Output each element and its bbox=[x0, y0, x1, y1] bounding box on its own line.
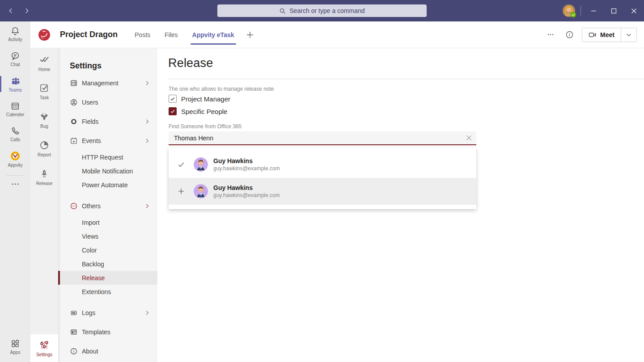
nav-item-backlog[interactable]: Backlog bbox=[58, 257, 157, 271]
nav-item-http-request[interactable]: HTTP Request bbox=[58, 150, 157, 164]
sidebar-item-report[interactable]: Report bbox=[30, 134, 58, 163]
sidebar-item-settings[interactable]: Settings bbox=[30, 334, 58, 362]
nav-item-power-automate[interactable]: Power Automate bbox=[58, 178, 157, 192]
rail-label: Chat bbox=[10, 62, 20, 67]
tab-files[interactable]: Files bbox=[159, 21, 183, 48]
rail-item-teams[interactable]: Teams bbox=[0, 72, 30, 97]
meet-button[interactable]: Meet bbox=[582, 28, 621, 42]
command-search-box[interactable]: Search or type a command bbox=[217, 4, 427, 17]
nav-item-color[interactable]: Color bbox=[58, 243, 157, 257]
user-avatar[interactable] bbox=[563, 4, 575, 17]
nav-section-gap bbox=[58, 192, 157, 196]
check-icon bbox=[169, 160, 194, 168]
sidebar-label: Task bbox=[40, 95, 49, 100]
meet-dropdown-button[interactable] bbox=[621, 28, 636, 42]
nav-item-views[interactable]: Views bbox=[58, 229, 157, 243]
nav-item-others[interactable]: Others bbox=[58, 196, 157, 215]
add-tab-button[interactable] bbox=[243, 28, 257, 42]
person-email: guy.hawkins@example.com bbox=[213, 165, 280, 172]
person-email: guy.hawkins@example.com bbox=[213, 192, 280, 198]
info-icon bbox=[565, 30, 574, 39]
nav-item-users[interactable]: Users bbox=[58, 93, 157, 112]
person-result-selected[interactable]: Guy Hawkins guy.hawkins@example.com bbox=[169, 151, 476, 178]
people-search-field bbox=[169, 131, 476, 145]
apps-grid-icon bbox=[10, 339, 20, 349]
manage-release-note-label: The one who allows to manage release not… bbox=[169, 86, 274, 92]
plus-icon bbox=[246, 31, 254, 38]
checkbox-project-manager[interactable]: Project Manager bbox=[169, 95, 230, 103]
nav-section-gap bbox=[58, 299, 157, 303]
bug-icon bbox=[39, 111, 50, 122]
people-results-dropdown: Guy Hawkins guy.hawkins@example.com Guy … bbox=[169, 148, 476, 209]
chevron-right-icon bbox=[144, 310, 150, 316]
sidebar-item-release[interactable]: Release bbox=[30, 163, 58, 191]
forward-button[interactable] bbox=[21, 4, 33, 17]
sidebar-item-bug[interactable]: Bug bbox=[30, 105, 58, 134]
home-icon bbox=[38, 54, 50, 65]
rail-divider bbox=[6, 175, 24, 176]
teams-icon bbox=[10, 76, 21, 86]
tab-posts[interactable]: Posts bbox=[129, 21, 156, 48]
titlebar-divider bbox=[580, 6, 581, 16]
app-rail: Activity Chat Teams Calender Calls bbox=[0, 21, 30, 362]
meet-split-button: Meet bbox=[582, 28, 637, 42]
person-result-add[interactable]: Guy Hawkins guy.hawkins@example.com bbox=[169, 178, 476, 205]
video-camera-icon bbox=[589, 31, 597, 38]
settings-nav-panel: Settings Management Users Fields bbox=[58, 48, 157, 362]
channel-info-button[interactable] bbox=[563, 29, 576, 41]
clear-search-button[interactable] bbox=[461, 131, 476, 144]
users-icon bbox=[70, 98, 78, 106]
rail-item-activity[interactable]: Activity bbox=[0, 21, 30, 46]
back-button[interactable] bbox=[4, 4, 17, 17]
nav-item-mobile-notification[interactable]: Mobile Notification bbox=[58, 164, 157, 178]
nav-item-management[interactable]: Management bbox=[58, 73, 157, 93]
sidebar-item-task[interactable]: Task bbox=[30, 77, 58, 105]
nav-item-fields[interactable]: Fields bbox=[58, 112, 157, 131]
more-options-button[interactable] bbox=[544, 29, 557, 41]
nav-item-release[interactable]: Release bbox=[58, 271, 157, 285]
chevron-right-icon bbox=[144, 203, 150, 209]
rail-item-apps[interactable]: Apps bbox=[0, 334, 30, 359]
sidebar-label: Settings bbox=[36, 352, 52, 357]
checkbox-checked-icon bbox=[169, 95, 177, 103]
checkbox-checked-icon bbox=[169, 107, 177, 115]
chevron-right-icon bbox=[144, 80, 150, 86]
team-logo-dragon-icon bbox=[38, 28, 51, 42]
status-available-icon bbox=[571, 12, 576, 17]
rail-item-calendar[interactable]: Calender bbox=[0, 97, 30, 122]
sidebar-item-home[interactable]: Home bbox=[30, 48, 58, 77]
close-button[interactable] bbox=[624, 0, 644, 21]
team-name: Project Dragon bbox=[60, 30, 118, 39]
rail-item-appvity[interactable]: Appvity bbox=[0, 147, 30, 172]
tab-appvity-etask[interactable]: Appvity eTask bbox=[187, 21, 240, 48]
rail-label: Appvity bbox=[8, 163, 23, 168]
maximize-button[interactable] bbox=[604, 0, 624, 21]
sidebar-label: Report bbox=[38, 152, 51, 157]
minimize-button[interactable] bbox=[584, 0, 604, 21]
rail-item-chat[interactable]: Chat bbox=[0, 46, 30, 72]
chevron-right-icon bbox=[144, 118, 150, 125]
rail-more-button[interactable] bbox=[0, 177, 30, 192]
nav-item-about[interactable]: About bbox=[58, 341, 157, 361]
release-rocket-icon bbox=[39, 168, 50, 179]
nav-item-templates[interactable]: Templates bbox=[58, 322, 157, 341]
channel-header: Project Dragon Posts Files Appvity eTask bbox=[30, 21, 644, 48]
rail-label: Apps bbox=[10, 350, 21, 355]
fields-icon bbox=[70, 118, 78, 126]
titlebar-right bbox=[563, 0, 644, 21]
checkbox-specific-people[interactable]: Specific People bbox=[169, 107, 227, 115]
person-avatar bbox=[194, 157, 208, 172]
person-name: Guy Hawkins bbox=[213, 184, 280, 191]
nav-item-import[interactable]: Import bbox=[58, 215, 157, 229]
nav-item-events[interactable]: Events bbox=[58, 131, 157, 150]
nav-item-logs[interactable]: Logs bbox=[58, 303, 157, 322]
sidebar-label: Bug bbox=[40, 124, 48, 129]
title-divider bbox=[168, 79, 644, 79]
channel-tabs: Posts Files Appvity eTask bbox=[129, 21, 256, 48]
people-search-input[interactable] bbox=[169, 131, 461, 144]
rail-item-calls[interactable]: Calls bbox=[0, 122, 30, 147]
ellipsis-icon bbox=[11, 183, 19, 185]
logs-icon bbox=[70, 309, 78, 317]
calendar-icon bbox=[10, 101, 20, 111]
nav-item-extentions[interactable]: Extentions bbox=[58, 285, 157, 299]
